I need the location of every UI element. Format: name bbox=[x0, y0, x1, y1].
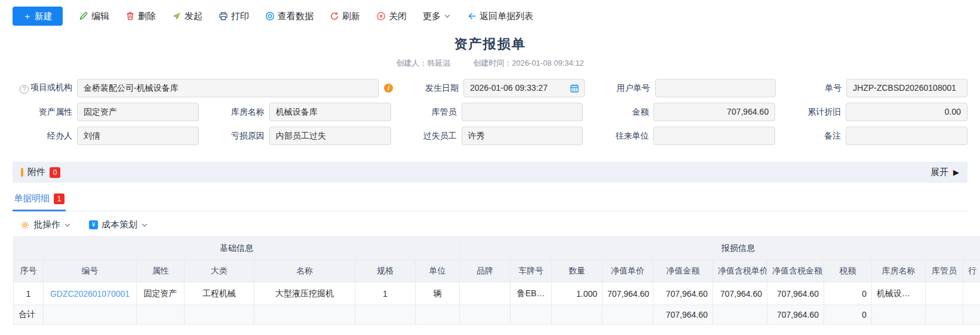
handler-input[interactable]: 刘倩 bbox=[77, 127, 199, 145]
warehouse-label: 库房名称 bbox=[205, 107, 269, 118]
doc-meta: 创建人：韩延温 创建时间：2026-01-08 09:34:12 bbox=[0, 58, 980, 69]
remark-label: 备注 bbox=[781, 131, 846, 142]
total-net-amount: 707,964.60 bbox=[653, 305, 713, 325]
toolbar: ＋ 新建 编辑 删除 发起 打印 查看数据 刷新 关闭 bbox=[0, 0, 980, 32]
field-project: ?项目或机构 金桥装配公司-机械设备库 i bbox=[13, 79, 393, 97]
asset-loss-page: ＋ 新建 编辑 删除 发起 打印 查看数据 刷新 关闭 bbox=[0, 0, 980, 325]
cell-unit: 辆 bbox=[416, 282, 460, 305]
counterparty-input[interactable] bbox=[653, 127, 775, 145]
table-group-header-row: 基础信息 报损信息 bbox=[14, 237, 980, 260]
col-name: 名称 bbox=[254, 260, 355, 282]
printer-icon bbox=[219, 11, 228, 21]
col-category: 大类 bbox=[185, 260, 254, 282]
view-data-button[interactable]: 查看数据 bbox=[265, 11, 314, 22]
col-net-price: 净值单价 bbox=[603, 260, 653, 282]
counterparty-label: 往来单位 bbox=[589, 131, 653, 142]
total-label: 合计 bbox=[14, 305, 44, 325]
form-row-1: ?项目或机构 金桥装配公司-机械设备库 i 发生日期 2026-01-06 09… bbox=[13, 79, 967, 97]
cell-net-price: 707,964.60 bbox=[603, 282, 653, 305]
col-unit: 单位 bbox=[416, 260, 460, 282]
delete-button[interactable]: 删除 bbox=[125, 11, 156, 22]
loss-reason-label: 亏损原因 bbox=[205, 131, 269, 142]
chevron-down-icon bbox=[64, 222, 71, 229]
cell-spec: 1 bbox=[355, 282, 416, 305]
attachment-bar[interactable]: 附件 0 展开 ▶ bbox=[13, 162, 967, 183]
form-row-3: 经办人 刘倩 亏损原因 内部员工过失 过失员工 许秀 往来单位 备注 bbox=[13, 127, 967, 145]
pencil-icon bbox=[79, 11, 88, 21]
col-keeper: 库管员 bbox=[926, 260, 963, 282]
attachment-header: 附件 0 bbox=[21, 167, 60, 178]
col-seq: 序号 bbox=[14, 260, 44, 282]
cell-code: GDZC202601070001 bbox=[44, 282, 137, 305]
view-data-button-label: 查看数据 bbox=[278, 11, 314, 22]
doc-no-input[interactable]: JHZP-ZCBSD20260108001 bbox=[846, 79, 967, 97]
col-net-price-tax: 净值含税单价 bbox=[713, 260, 767, 282]
launch-button[interactable]: 发起 bbox=[172, 11, 202, 22]
cell-name: 大型液压挖掘机 bbox=[254, 282, 355, 305]
keeper-label: 库管员 bbox=[397, 107, 462, 118]
edit-button[interactable]: 编辑 bbox=[79, 11, 109, 22]
project-input[interactable]: 金桥装配公司-机械设备库 bbox=[77, 79, 379, 97]
cost-plan-button[interactable]: ¥ 成本策划 bbox=[89, 219, 148, 230]
play-icon: ▶ bbox=[953, 168, 959, 177]
col-qty: 数量 bbox=[552, 260, 603, 282]
col-net-amount-tax: 净值含税金额 bbox=[767, 260, 824, 282]
date-input[interactable]: 2026-01-06 09:33:27 bbox=[463, 79, 585, 97]
creator-name: 韩延温 bbox=[427, 59, 450, 67]
gear-icon bbox=[20, 220, 30, 230]
chevron-down-icon bbox=[444, 13, 451, 20]
field-warehouse: 库房名称 机械设备库 bbox=[205, 103, 391, 121]
yen-square-icon: ¥ bbox=[89, 220, 98, 229]
more-button[interactable]: 更多 bbox=[423, 11, 451, 22]
doc-no-label: 单号 bbox=[782, 83, 846, 94]
col-warehouse: 库房名称 bbox=[872, 260, 926, 282]
attachment-count-badge: 0 bbox=[50, 167, 60, 178]
expand-button[interactable]: 展开 ▶ bbox=[930, 167, 959, 178]
arrow-left-icon bbox=[467, 11, 477, 21]
back-to-list-button[interactable]: 返回单据列表 bbox=[467, 11, 533, 22]
cell-keeper bbox=[926, 282, 963, 305]
field-fault-employee: 过失员工 许秀 bbox=[397, 127, 583, 145]
refresh-button[interactable]: 刷新 bbox=[330, 11, 360, 22]
field-loss-reason: 亏损原因 内部员工过失 bbox=[205, 127, 391, 145]
detail-table-wrap: 基础信息 报损信息 序号 编号 属性 大类 名称 规格 单位 品牌 车牌号 数量… bbox=[13, 236, 980, 325]
cell-net-amount: 707,964.60 bbox=[653, 282, 713, 305]
project-label: ?项目或机构 bbox=[13, 82, 77, 94]
col-extra: 行 bbox=[963, 260, 980, 282]
cost-plan-label: 成本策划 bbox=[102, 219, 137, 230]
loss-reason-input[interactable]: 内部员工过失 bbox=[269, 127, 391, 145]
launch-button-label: 发起 bbox=[185, 11, 202, 22]
fault-employee-label: 过失员工 bbox=[397, 131, 462, 142]
cell-seq: 1 bbox=[14, 282, 44, 305]
depreciation-label: 累计折旧 bbox=[781, 107, 846, 118]
remark-input[interactable] bbox=[846, 127, 967, 145]
warehouse-input[interactable]: 机械设备库 bbox=[269, 103, 391, 121]
close-button[interactable]: 关闭 bbox=[376, 11, 407, 22]
tab-detail[interactable]: 单据明细 1 bbox=[13, 193, 66, 211]
cell-category: 工程机械 bbox=[185, 282, 254, 305]
total-tax: 0 bbox=[824, 305, 872, 325]
batch-ops-button[interactable]: 批操作 bbox=[20, 219, 71, 230]
page-title: 资产报损单 bbox=[0, 35, 980, 53]
total-net-amount-tax: 707,964.60 bbox=[767, 305, 824, 325]
print-button[interactable]: 打印 bbox=[219, 11, 249, 22]
calendar-icon[interactable] bbox=[570, 84, 579, 93]
trash-icon bbox=[125, 11, 135, 21]
asset-code-link[interactable]: GDZC202601070001 bbox=[50, 289, 130, 299]
asset-attr-input[interactable]: 固定资产 bbox=[77, 103, 199, 121]
cell-brand bbox=[460, 282, 511, 305]
col-code: 编号 bbox=[44, 260, 137, 282]
col-spec: 规格 bbox=[355, 260, 416, 282]
cell-attr: 固定资产 bbox=[137, 282, 185, 305]
user-no-input[interactable] bbox=[655, 79, 776, 97]
amount-input[interactable]: 707,964.60 bbox=[653, 103, 775, 121]
info-icon[interactable]: i bbox=[384, 84, 393, 93]
new-button[interactable]: ＋ 新建 bbox=[13, 7, 63, 26]
keeper-input[interactable] bbox=[462, 103, 583, 121]
expand-label: 展开 bbox=[930, 167, 948, 178]
help-icon[interactable]: ? bbox=[20, 85, 29, 94]
fault-employee-input[interactable]: 许秀 bbox=[462, 127, 583, 145]
handler-label: 经办人 bbox=[13, 131, 77, 142]
col-plate: 车牌号 bbox=[511, 260, 552, 282]
depreciation-input[interactable]: 0.00 bbox=[846, 103, 967, 121]
